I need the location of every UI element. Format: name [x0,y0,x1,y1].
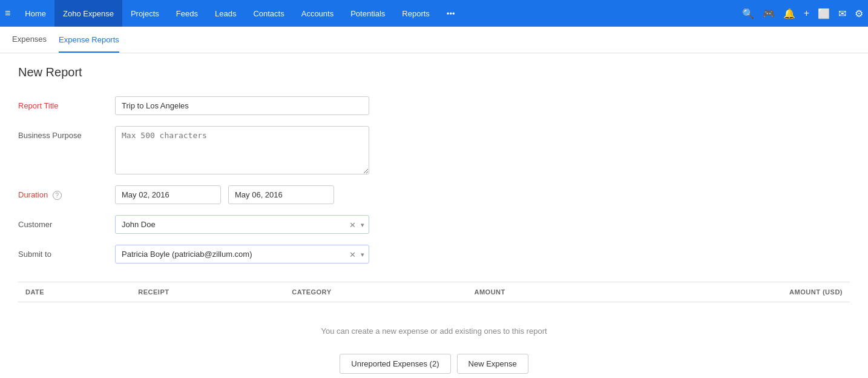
nav-item-home[interactable]: Home [16,0,54,27]
menu-icon[interactable]: ≡ [5,8,10,19]
breadcrumb: Expenses Expense Reports [0,27,868,53]
nav-item-feeds[interactable]: Feeds [168,0,206,27]
main-content: New Report Report Title Business Purpose… [0,53,868,378]
col-category: CATEGORY [284,282,467,302]
expenses-table: DATE RECEIPT CATEGORY AMOUNT AMOUNT (USD… [18,282,850,378]
duration-inputs [115,185,334,204]
new-report-form: Report Title Business Purpose Duration ?… [18,96,850,264]
col-date: DATE [18,282,131,302]
top-navigation: ≡ Home Zoho Expense Projects Feeds Leads… [0,0,868,27]
business-purpose-row: Business Purpose [18,126,850,174]
report-title-label: Report Title [18,96,115,110]
screen-icon[interactable]: ⬜ [818,8,830,19]
unreported-expenses-button[interactable]: Unreported Expenses (2) [340,354,450,374]
breadcrumb-expense-reports[interactable]: Expense Reports [59,35,119,53]
page-title: New Report [18,65,850,79]
empty-state-message: You can create a new expense or add exis… [18,302,850,348]
game-icon[interactable]: 🎮 [763,8,775,19]
business-purpose-label: Business Purpose [18,126,115,140]
col-amount-usd: AMOUNT (USD) [621,282,850,302]
col-amount: AMOUNT [467,282,621,302]
report-title-row: Report Title [18,96,850,115]
customer-row: Customer ✕ ▾ [18,215,850,234]
nav-items: Home Zoho Expense Projects Feeds Leads C… [16,0,741,27]
nav-item-accounts[interactable]: Accounts [293,0,342,27]
nav-right-icons: 🔍 🎮 🔔 + ⬜ ✉ ⚙ [742,8,863,19]
breadcrumb-expenses[interactable]: Expenses [12,35,47,45]
customer-label: Customer [18,215,115,229]
customer-clear-icon[interactable]: ✕ [349,220,356,229]
duration-row: Duration ? [18,185,850,204]
nav-item-projects[interactable]: Projects [122,0,168,27]
nav-item-leads[interactable]: Leads [206,0,245,27]
report-title-input[interactable] [115,96,369,115]
nav-item-reports[interactable]: Reports [393,0,438,27]
nav-item-contacts[interactable]: Contacts [245,0,292,27]
submit-to-input[interactable] [115,245,369,264]
new-expense-button[interactable]: New Expense [457,354,528,374]
submit-to-row: Submit to ✕ ▾ [18,245,850,264]
duration-start-input[interactable] [115,185,221,204]
search-icon[interactable]: 🔍 [742,8,754,19]
notification-icon[interactable]: 🔔 [783,8,795,19]
action-buttons: Unreported Expenses (2) New Expense [18,348,850,378]
duration-end-input[interactable] [228,185,334,204]
submit-to-select-wrapper: ✕ ▾ [115,245,369,264]
mail-icon[interactable]: ✉ [838,8,846,19]
add-icon[interactable]: + [804,8,809,19]
customer-input[interactable] [115,215,369,234]
nav-item-more[interactable]: ••• [438,0,464,27]
customer-select-wrapper: ✕ ▾ [115,215,369,234]
nav-item-zoho-expense[interactable]: Zoho Expense [54,0,122,27]
duration-label: Duration ? [18,185,115,200]
nav-item-potentials[interactable]: Potentials [342,0,393,27]
submit-to-clear-icon[interactable]: ✕ [349,250,356,259]
settings-icon[interactable]: ⚙ [855,8,863,19]
col-receipt: RECEIPT [131,282,284,302]
submit-to-label: Submit to [18,245,115,259]
business-purpose-input[interactable] [115,126,369,174]
duration-help-icon[interactable]: ? [53,191,62,200]
